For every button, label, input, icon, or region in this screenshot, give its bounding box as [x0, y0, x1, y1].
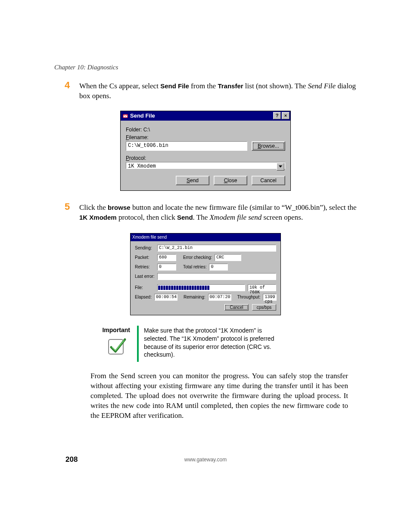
folder-label: Folder: C:\ — [126, 127, 285, 133]
help-button[interactable]: ? — [273, 112, 281, 119]
send-file-dialog: Send File ? × Folder: C:\ Filename: C:\W… — [120, 111, 291, 191]
cps-bps-button[interactable]: cps/bps — [252, 304, 276, 311]
remaining-value: 00:07:20 — [208, 294, 231, 301]
step-4: 4 When the Cs appear, select Send File f… — [79, 81, 357, 101]
body-paragraph: From the Send screen you can monitor the… — [90, 371, 348, 421]
titlebar: Xmodem file send — [131, 233, 280, 241]
file-status: 10k of 768K — [248, 284, 276, 291]
file-progress — [157, 284, 245, 291]
last-error-value — [157, 273, 276, 280]
retries-value: 0 — [157, 264, 176, 271]
dialog-title: Xmodem file send — [132, 235, 280, 240]
step-number: 4 — [65, 80, 70, 91]
cancel-button[interactable]: Cancel — [224, 304, 249, 311]
total-retries-value: 0 — [209, 264, 228, 271]
file-label: File: — [135, 285, 155, 290]
page-number: 208 — [65, 455, 78, 464]
browse-button[interactable]: Browse... — [252, 141, 285, 151]
separator-bar — [137, 326, 139, 362]
packet-value: 680 — [157, 254, 176, 261]
protocol-label: Protocol: — [126, 155, 285, 161]
retries-label: Retries: — [135, 264, 155, 269]
important-label: Important — [93, 326, 134, 333]
chapter-heading: Chapter 10: Diagnostics — [54, 64, 357, 71]
close-dialog-button[interactable]: Close — [214, 176, 247, 185]
remaining-label: Remaining: — [184, 295, 206, 299]
error-checking-label: Error checking: — [183, 255, 212, 260]
sending-value: C:\W_2_21.bin — [157, 245, 276, 252]
protocol-combo[interactable]: 1K Xmodem — [126, 162, 285, 169]
footer-url: www.gateway.com — [184, 457, 227, 463]
cancel-button[interactable]: Cancel — [252, 176, 285, 185]
page-footer: 208 www.gateway.com — [0, 455, 411, 464]
elapsed-value: 00:00:54 — [154, 294, 177, 301]
important-text: Make sure that the protocol “1K Xmodem” … — [144, 326, 282, 359]
chevron-down-icon[interactable] — [277, 163, 284, 171]
filename-label: Filename: — [126, 134, 285, 140]
throughput-value: 1399 cps — [263, 294, 277, 301]
titlebar: Send File ? × — [121, 111, 290, 121]
protocol-value[interactable]: 1K Xmodem — [126, 162, 285, 169]
step-number: 5 — [65, 201, 70, 212]
send-button[interactable]: Send — [176, 176, 209, 185]
step-4-text: When the Cs appear, select Send File fro… — [79, 81, 357, 101]
error-checking-value: CRC — [215, 254, 241, 261]
step-5: 5 Click the browse button and locate the… — [79, 203, 357, 223]
checkmark-icon — [106, 336, 128, 359]
app-icon — [122, 113, 128, 119]
last-error-label: Last error: — [135, 274, 155, 279]
filename-input[interactable]: C:\W_t006.bin — [126, 141, 247, 151]
close-button[interactable]: × — [282, 112, 290, 119]
packet-label: Packet: — [135, 255, 155, 260]
important-callout: Important Make sure that the protocol “1… — [93, 326, 357, 362]
elapsed-label: Elapsed: — [135, 295, 152, 299]
step-5-text: Click the browse button and locate the n… — [79, 203, 357, 223]
xmodem-send-dialog: Xmodem file send Sending: C:\W_2_21.bin … — [130, 233, 281, 315]
sending-label: Sending: — [135, 246, 155, 250]
dialog-title: Send File — [130, 112, 272, 119]
total-retries-label: Total retries: — [183, 264, 206, 269]
throughput-label: Throughput: — [237, 295, 261, 299]
